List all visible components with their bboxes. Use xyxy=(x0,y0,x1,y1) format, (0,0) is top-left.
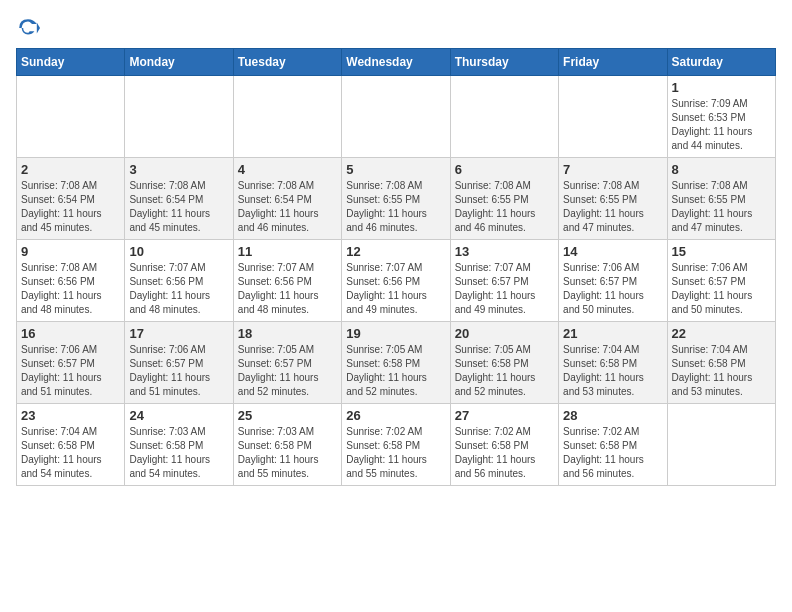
day-cell: 15Sunrise: 7:06 AM Sunset: 6:57 PM Dayli… xyxy=(667,240,775,322)
day-info: Sunrise: 7:07 AM Sunset: 6:56 PM Dayligh… xyxy=(238,261,337,317)
day-info: Sunrise: 7:08 AM Sunset: 6:56 PM Dayligh… xyxy=(21,261,120,317)
day-info: Sunrise: 7:02 AM Sunset: 6:58 PM Dayligh… xyxy=(563,425,662,481)
day-number: 20 xyxy=(455,326,554,341)
day-cell: 19Sunrise: 7:05 AM Sunset: 6:58 PM Dayli… xyxy=(342,322,450,404)
day-info: Sunrise: 7:06 AM Sunset: 6:57 PM Dayligh… xyxy=(129,343,228,399)
day-number: 25 xyxy=(238,408,337,423)
day-info: Sunrise: 7:07 AM Sunset: 6:56 PM Dayligh… xyxy=(129,261,228,317)
day-header-tuesday: Tuesday xyxy=(233,49,341,76)
day-info: Sunrise: 7:07 AM Sunset: 6:57 PM Dayligh… xyxy=(455,261,554,317)
day-number: 7 xyxy=(563,162,662,177)
day-cell xyxy=(125,76,233,158)
day-cell: 9Sunrise: 7:08 AM Sunset: 6:56 PM Daylig… xyxy=(17,240,125,322)
day-cell xyxy=(559,76,667,158)
logo-icon xyxy=(16,16,40,40)
day-number: 3 xyxy=(129,162,228,177)
day-cell: 6Sunrise: 7:08 AM Sunset: 6:55 PM Daylig… xyxy=(450,158,558,240)
day-number: 21 xyxy=(563,326,662,341)
day-info: Sunrise: 7:05 AM Sunset: 6:58 PM Dayligh… xyxy=(346,343,445,399)
day-cell xyxy=(233,76,341,158)
day-info: Sunrise: 7:08 AM Sunset: 6:55 PM Dayligh… xyxy=(672,179,771,235)
week-row-5: 23Sunrise: 7:04 AM Sunset: 6:58 PM Dayli… xyxy=(17,404,776,486)
day-cell: 20Sunrise: 7:05 AM Sunset: 6:58 PM Dayli… xyxy=(450,322,558,404)
day-number: 22 xyxy=(672,326,771,341)
day-info: Sunrise: 7:05 AM Sunset: 6:57 PM Dayligh… xyxy=(238,343,337,399)
day-cell xyxy=(342,76,450,158)
day-number: 19 xyxy=(346,326,445,341)
day-info: Sunrise: 7:08 AM Sunset: 6:55 PM Dayligh… xyxy=(455,179,554,235)
day-info: Sunrise: 7:09 AM Sunset: 6:53 PM Dayligh… xyxy=(672,97,771,153)
day-cell: 5Sunrise: 7:08 AM Sunset: 6:55 PM Daylig… xyxy=(342,158,450,240)
svg-marker-0 xyxy=(37,22,40,33)
day-info: Sunrise: 7:03 AM Sunset: 6:58 PM Dayligh… xyxy=(238,425,337,481)
day-info: Sunrise: 7:08 AM Sunset: 6:54 PM Dayligh… xyxy=(238,179,337,235)
day-cell: 26Sunrise: 7:02 AM Sunset: 6:58 PM Dayli… xyxy=(342,404,450,486)
day-info: Sunrise: 7:08 AM Sunset: 6:55 PM Dayligh… xyxy=(346,179,445,235)
day-cell: 13Sunrise: 7:07 AM Sunset: 6:57 PM Dayli… xyxy=(450,240,558,322)
week-row-4: 16Sunrise: 7:06 AM Sunset: 6:57 PM Dayli… xyxy=(17,322,776,404)
day-cell: 8Sunrise: 7:08 AM Sunset: 6:55 PM Daylig… xyxy=(667,158,775,240)
day-cell xyxy=(667,404,775,486)
logo xyxy=(16,16,44,40)
day-number: 17 xyxy=(129,326,228,341)
day-number: 27 xyxy=(455,408,554,423)
day-info: Sunrise: 7:03 AM Sunset: 6:58 PM Dayligh… xyxy=(129,425,228,481)
day-info: Sunrise: 7:06 AM Sunset: 6:57 PM Dayligh… xyxy=(563,261,662,317)
header-row: SundayMondayTuesdayWednesdayThursdayFrid… xyxy=(17,49,776,76)
day-cell: 18Sunrise: 7:05 AM Sunset: 6:57 PM Dayli… xyxy=(233,322,341,404)
day-header-friday: Friday xyxy=(559,49,667,76)
day-number: 15 xyxy=(672,244,771,259)
day-cell: 16Sunrise: 7:06 AM Sunset: 6:57 PM Dayli… xyxy=(17,322,125,404)
day-cell: 7Sunrise: 7:08 AM Sunset: 6:55 PM Daylig… xyxy=(559,158,667,240)
day-header-sunday: Sunday xyxy=(17,49,125,76)
day-cell: 17Sunrise: 7:06 AM Sunset: 6:57 PM Dayli… xyxy=(125,322,233,404)
day-number: 10 xyxy=(129,244,228,259)
calendar-table: SundayMondayTuesdayWednesdayThursdayFrid… xyxy=(16,48,776,486)
week-row-3: 9Sunrise: 7:08 AM Sunset: 6:56 PM Daylig… xyxy=(17,240,776,322)
day-info: Sunrise: 7:08 AM Sunset: 6:54 PM Dayligh… xyxy=(129,179,228,235)
day-cell: 28Sunrise: 7:02 AM Sunset: 6:58 PM Dayli… xyxy=(559,404,667,486)
day-cell: 25Sunrise: 7:03 AM Sunset: 6:58 PM Dayli… xyxy=(233,404,341,486)
day-header-thursday: Thursday xyxy=(450,49,558,76)
day-header-saturday: Saturday xyxy=(667,49,775,76)
day-cell: 23Sunrise: 7:04 AM Sunset: 6:58 PM Dayli… xyxy=(17,404,125,486)
day-number: 6 xyxy=(455,162,554,177)
day-number: 8 xyxy=(672,162,771,177)
day-header-wednesday: Wednesday xyxy=(342,49,450,76)
day-cell: 22Sunrise: 7:04 AM Sunset: 6:58 PM Dayli… xyxy=(667,322,775,404)
day-number: 4 xyxy=(238,162,337,177)
day-info: Sunrise: 7:05 AM Sunset: 6:58 PM Dayligh… xyxy=(455,343,554,399)
day-cell xyxy=(17,76,125,158)
day-number: 14 xyxy=(563,244,662,259)
day-number: 23 xyxy=(21,408,120,423)
day-number: 16 xyxy=(21,326,120,341)
day-number: 12 xyxy=(346,244,445,259)
day-cell xyxy=(450,76,558,158)
day-cell: 4Sunrise: 7:08 AM Sunset: 6:54 PM Daylig… xyxy=(233,158,341,240)
day-number: 28 xyxy=(563,408,662,423)
day-number: 9 xyxy=(21,244,120,259)
day-number: 26 xyxy=(346,408,445,423)
day-cell: 27Sunrise: 7:02 AM Sunset: 6:58 PM Dayli… xyxy=(450,404,558,486)
day-cell: 10Sunrise: 7:07 AM Sunset: 6:56 PM Dayli… xyxy=(125,240,233,322)
day-cell: 12Sunrise: 7:07 AM Sunset: 6:56 PM Dayli… xyxy=(342,240,450,322)
day-number: 1 xyxy=(672,80,771,95)
week-row-1: 1Sunrise: 7:09 AM Sunset: 6:53 PM Daylig… xyxy=(17,76,776,158)
day-cell: 2Sunrise: 7:08 AM Sunset: 6:54 PM Daylig… xyxy=(17,158,125,240)
day-info: Sunrise: 7:08 AM Sunset: 6:55 PM Dayligh… xyxy=(563,179,662,235)
day-info: Sunrise: 7:06 AM Sunset: 6:57 PM Dayligh… xyxy=(21,343,120,399)
day-info: Sunrise: 7:06 AM Sunset: 6:57 PM Dayligh… xyxy=(672,261,771,317)
day-header-monday: Monday xyxy=(125,49,233,76)
day-info: Sunrise: 7:07 AM Sunset: 6:56 PM Dayligh… xyxy=(346,261,445,317)
day-number: 13 xyxy=(455,244,554,259)
page-header xyxy=(16,16,776,40)
day-info: Sunrise: 7:02 AM Sunset: 6:58 PM Dayligh… xyxy=(455,425,554,481)
week-row-2: 2Sunrise: 7:08 AM Sunset: 6:54 PM Daylig… xyxy=(17,158,776,240)
day-info: Sunrise: 7:04 AM Sunset: 6:58 PM Dayligh… xyxy=(21,425,120,481)
day-info: Sunrise: 7:04 AM Sunset: 6:58 PM Dayligh… xyxy=(563,343,662,399)
day-number: 24 xyxy=(129,408,228,423)
day-cell: 24Sunrise: 7:03 AM Sunset: 6:58 PM Dayli… xyxy=(125,404,233,486)
day-number: 5 xyxy=(346,162,445,177)
day-info: Sunrise: 7:04 AM Sunset: 6:58 PM Dayligh… xyxy=(672,343,771,399)
day-cell: 1Sunrise: 7:09 AM Sunset: 6:53 PM Daylig… xyxy=(667,76,775,158)
